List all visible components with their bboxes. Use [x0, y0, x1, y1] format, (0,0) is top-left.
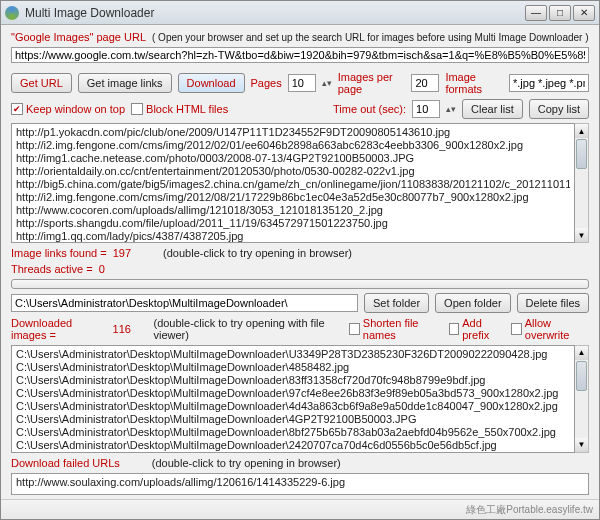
per-page-input[interactable]: [411, 74, 439, 92]
formats-input[interactable]: [509, 74, 589, 92]
url-label: "Google Images" page URL: [11, 31, 146, 43]
get-image-links-button[interactable]: Get image links: [78, 73, 172, 93]
formats-label: Image formats: [445, 71, 503, 95]
prefix-label: Add prefix: [462, 317, 505, 341]
overwrite-label: Allow overwrite: [525, 317, 589, 341]
pages-input[interactable]: [288, 74, 316, 92]
downloaded-label: Downloaded images =: [11, 317, 107, 341]
scroll-up-icon[interactable]: ▲: [575, 346, 588, 360]
list-item[interactable]: http://sports.shangdu.com/file/upload/20…: [16, 217, 570, 230]
timeout-input[interactable]: [412, 100, 440, 118]
failed-label: Download failed URLs: [11, 457, 120, 469]
downloaded-listbox[interactable]: C:\Users\Administrator\Desktop\MultiImag…: [11, 345, 575, 453]
list-item[interactable]: http://big5.china.com/gate/big5/images2.…: [16, 178, 570, 191]
list-item[interactable]: http://www.soulaxing.com/uploads/allimg/…: [16, 476, 584, 489]
app-icon: [5, 6, 19, 20]
block-html-label: Block HTML files: [146, 103, 228, 115]
list-item[interactable]: http://i2.img.fengone.com/cms/img/2012/0…: [16, 191, 570, 204]
failed-listbox[interactable]: http://www.soulaxing.com/uploads/allimg/…: [11, 473, 589, 496]
list-item[interactable]: C:\Users\Administrator\Desktop\MultiImag…: [16, 452, 570, 453]
get-url-button[interactable]: Get URL: [11, 73, 72, 93]
set-folder-button[interactable]: Set folder: [364, 293, 429, 313]
window-title: Multi Image Downloader: [25, 6, 525, 20]
scroll-up-icon[interactable]: ▲: [575, 124, 588, 138]
list-item[interactable]: C:\Users\Administrator\Desktop\MultiImag…: [16, 361, 570, 374]
list-item[interactable]: C:\Users\Administrator\Desktop\MultiImag…: [16, 439, 570, 452]
list-item[interactable]: C:\Users\Administrator\Desktop\MultiImag…: [16, 413, 570, 426]
scroll-thumb[interactable]: [576, 361, 587, 391]
threads-label: Threads active =: [11, 263, 93, 275]
minimize-button[interactable]: —: [525, 5, 547, 21]
search-url-input[interactable]: [11, 47, 589, 63]
delete-files-button[interactable]: Delete files: [517, 293, 589, 313]
list-item[interactable]: C:\Users\Administrator\Desktop\MultiImag…: [16, 387, 570, 400]
links-listbox[interactable]: http://p1.yokacdn.com/pic/club/one/2009/…: [11, 123, 575, 243]
copy-list-button[interactable]: Copy list: [529, 99, 589, 119]
per-page-label: Images per page: [338, 71, 406, 95]
list-item[interactable]: http://www.cocoren.com/uploads/allimg/12…: [16, 204, 570, 217]
allow-overwrite-checkbox[interactable]: Allow overwrite: [511, 317, 589, 341]
list-item[interactable]: http://orientaldaily.on.cc/cnt/entertain…: [16, 165, 570, 178]
titlebar: Multi Image Downloader — □ ✕: [1, 1, 599, 25]
timeout-label: Time out (sec):: [333, 103, 406, 115]
list-item[interactable]: http://img1.cache.netease.com/photo/0003…: [16, 152, 570, 165]
scroll-down-icon[interactable]: ▼: [575, 228, 588, 242]
shorten-label: Shorten file names: [363, 317, 443, 341]
block-html-checkbox[interactable]: Block HTML files: [131, 103, 228, 115]
links-scrollbar[interactable]: ▲ ▼: [575, 123, 589, 243]
timeout-spinner-icon[interactable]: ▴▾: [446, 104, 456, 114]
list-item[interactable]: http://p1.yokacdn.com/pic/club/one/2009/…: [16, 126, 570, 139]
clear-list-button[interactable]: Clear list: [462, 99, 523, 119]
downloaded-scrollbar[interactable]: ▲ ▼: [575, 345, 589, 453]
scroll-down-icon[interactable]: ▼: [575, 438, 588, 452]
downloaded-count: 116: [113, 323, 131, 335]
open-folder-button[interactable]: Open folder: [435, 293, 510, 313]
shorten-names-checkbox[interactable]: Shorten file names: [349, 317, 442, 341]
list-item[interactable]: C:\Users\Administrator\Desktop\MultiImag…: [16, 348, 570, 361]
keep-on-top-checkbox[interactable]: ✔Keep window on top: [11, 103, 125, 115]
maximize-button[interactable]: □: [549, 5, 571, 21]
threads-count: 0: [99, 263, 105, 275]
url-hint: ( Open your browser and set up the searc…: [152, 32, 589, 43]
links-found-hint: (double-click to try opening in browser): [163, 247, 352, 259]
footer: 綠色工廠Portable.easylife.tw: [1, 499, 599, 519]
scroll-thumb[interactable]: [576, 139, 587, 169]
list-item[interactable]: C:\Users\Administrator\Desktop\MultiImag…: [16, 426, 570, 439]
links-found-label: Image links found =: [11, 247, 107, 259]
add-prefix-checkbox[interactable]: Add prefix: [449, 317, 506, 341]
list-item[interactable]: http://i2.img.fengone.com/cms/img/2012/0…: [16, 139, 570, 152]
list-item[interactable]: http://img1.qq.com/lady/pics/4387/438720…: [16, 230, 570, 243]
keep-on-top-label: Keep window on top: [26, 103, 125, 115]
pages-label: Pages: [251, 77, 282, 89]
pages-spinner-icon[interactable]: ▴▾: [322, 78, 332, 88]
list-item[interactable]: C:\Users\Administrator\Desktop\MultiImag…: [16, 374, 570, 387]
downloaded-hint: (double-click to try opening with file v…: [153, 317, 337, 341]
failed-hint: (double-click to try opening in browser): [152, 457, 341, 469]
progress-bar: [11, 279, 589, 289]
download-button[interactable]: Download: [178, 73, 245, 93]
list-item[interactable]: C:\Users\Administrator\Desktop\MultiImag…: [16, 400, 570, 413]
folder-input[interactable]: [11, 294, 358, 312]
links-found-count: 197: [113, 247, 131, 259]
close-button[interactable]: ✕: [573, 5, 595, 21]
